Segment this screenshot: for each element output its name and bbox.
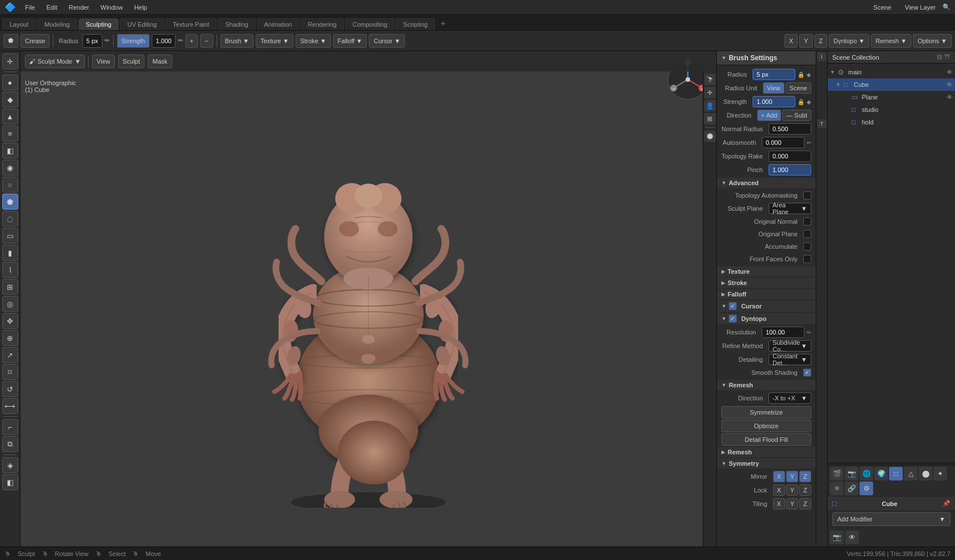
tool-inflate[interactable]: ◉ <box>2 160 18 175</box>
front-faces-checkbox[interactable] <box>803 255 811 263</box>
dyntopo-dropdown[interactable]: Dyntopo ▼ <box>829 34 869 48</box>
radius-prop-value[interactable]: 5 px <box>753 69 795 80</box>
tool-boundary[interactable]: ⌐ <box>2 419 18 435</box>
mirror-z-btn[interactable]: Z <box>799 471 811 482</box>
props-renderlayer-icon[interactable]: 📷 <box>845 467 858 480</box>
dyntopo-section-header[interactable]: ▼ Dyntopo ··· <box>717 313 816 324</box>
tree-studio[interactable]: □ studio <box>828 103 955 116</box>
tool-flatten[interactable]: ▭ <box>2 228 18 244</box>
tool-crease[interactable]: ⬟ <box>2 194 18 210</box>
lock-y-btn[interactable]: Y <box>786 484 798 496</box>
tiling-x-btn[interactable]: X <box>773 498 785 509</box>
stroke-section-header[interactable]: ▶ Stroke <box>717 278 816 288</box>
refine-method-dropdown[interactable]: Subdivide Co... ▼ <box>769 340 811 352</box>
cursor-section-header[interactable]: ▼ Cursor <box>717 300 816 312</box>
mask-btn[interactable]: Mask <box>148 55 172 68</box>
props-scene-icon[interactable]: 🎬 <box>830 467 844 480</box>
mirror-x-btn[interactable]: X <box>773 471 785 482</box>
optimize-btn[interactable]: Optimize <box>721 420 811 432</box>
smooth-shading-checkbox[interactable] <box>803 369 811 377</box>
radius-scene-btn[interactable]: Scene <box>786 82 811 94</box>
tool-mask[interactable]: ◧ <box>2 474 18 490</box>
tiling-y-btn[interactable]: Y <box>786 498 798 509</box>
tree-hold[interactable]: □ hold <box>828 116 955 128</box>
object-properties-header[interactable]: □ Cube 📌 <box>828 497 955 510</box>
advanced-section-header[interactable]: ▼ Advanced <box>717 178 816 188</box>
accumulate-checkbox[interactable] <box>803 243 811 250</box>
resolution-edit-icon[interactable]: ✏ <box>807 329 811 336</box>
radius-view-btn[interactable]: View <box>763 82 784 94</box>
lock-z-btn[interactable]: Z <box>799 484 811 496</box>
cursor-dropdown[interactable]: Cursor ▼ <box>369 34 405 48</box>
symmetrize-btn[interactable]: Symmetrize <box>721 406 811 419</box>
sculpt-btn[interactable]: Sculpt <box>118 55 145 68</box>
tool-rotate[interactable]: ↺ <box>2 381 18 397</box>
props-constraints-icon[interactable]: 🔗 <box>845 482 858 495</box>
vp-tool-person[interactable]: 👤 <box>704 100 716 111</box>
normal-radius-value[interactable]: 0.500 <box>769 123 811 135</box>
remesh2-section-header[interactable]: ▶ Remesh ··· <box>717 447 816 457</box>
tab-compositing[interactable]: Compositing <box>345 18 395 30</box>
main-eye-icon[interactable]: 👁 <box>946 69 953 76</box>
topo-rake-value[interactable]: 0.000 <box>769 151 811 162</box>
add-subtract-minus[interactable]: − <box>200 34 213 48</box>
props-particles-icon[interactable]: ✦ <box>933 467 947 480</box>
strength-edit-icon[interactable]: ✏ <box>178 37 183 44</box>
tool-grab[interactable]: ✥ <box>2 313 18 329</box>
menu-file[interactable]: File <box>23 3 38 12</box>
orig-normal-checkbox[interactable] <box>803 218 811 225</box>
view-btn[interactable]: View <box>92 55 115 68</box>
tool-strip-icon[interactable]: T <box>817 119 827 128</box>
brush-dropdown[interactable]: Brush ▼ <box>221 34 254 48</box>
menu-help[interactable]: Help <box>132 3 150 12</box>
tool-pinch[interactable]: ◎ <box>2 296 18 312</box>
strength-lock-icon[interactable]: 🔒 <box>798 99 804 105</box>
autosmooth-edit-icon[interactable]: ✏ <box>807 140 811 146</box>
texture-section-header[interactable]: ▶ Texture <box>717 266 816 277</box>
side-view-icon[interactable]: 👁 <box>845 530 859 544</box>
menu-window[interactable]: Window <box>98 3 125 12</box>
axes-x[interactable]: X <box>784 34 798 48</box>
strength-value-field[interactable]: 1.000 <box>152 34 176 48</box>
props-material-icon[interactable]: ⬤ <box>919 467 932 480</box>
texture-dropdown[interactable]: Texture ▼ <box>256 34 293 48</box>
tab-uv-editing[interactable]: UV Editing <box>120 18 164 30</box>
brush-settings-header[interactable]: ▼ Brush Settings <box>717 51 816 65</box>
scene-funnel-icon[interactable]: ⛩ <box>944 53 950 61</box>
tab-modeling[interactable]: Modeling <box>37 18 77 30</box>
cursor-checkbox[interactable] <box>729 302 737 310</box>
add-modifier-btn[interactable]: Add Modifier ▼ <box>832 512 950 526</box>
props-modifier-icon[interactable]: ⚙ <box>860 482 873 495</box>
tool-cursor[interactable]: ✛ <box>2 53 18 69</box>
props-mesh-icon[interactable]: △ <box>904 467 917 480</box>
tool-fill[interactable]: ▮ <box>2 245 18 261</box>
tool-draw[interactable]: ● <box>2 74 18 90</box>
lock-x-btn[interactable]: X <box>773 484 785 496</box>
tree-main-collection[interactable]: ▼ ⊙ main 👁 <box>828 66 955 78</box>
props-object-icon[interactable]: □ <box>889 467 903 480</box>
radius-edit-icon[interactable]: ✏ <box>105 37 110 44</box>
props-world-icon[interactable]: 🌍 <box>874 467 888 480</box>
props-physics-icon[interactable]: ⚛ <box>830 482 844 495</box>
tool-slide-relax[interactable]: ⟷ <box>2 398 18 414</box>
strength-keyframe-icon[interactable]: ◆ <box>807 99 811 105</box>
vp-tool-grid[interactable]: ⊞ <box>704 113 716 124</box>
menu-edit[interactable]: Edit <box>44 3 60 12</box>
object-pin-icon[interactable]: 📌 <box>942 500 950 507</box>
axes-y[interactable]: Y <box>799 34 812 48</box>
menu-render[interactable]: Render <box>67 3 92 12</box>
tool-smooth[interactable]: ◌ <box>2 211 18 227</box>
strength-prop-value[interactable]: 1.000 <box>753 96 795 107</box>
orig-plane-checkbox[interactable] <box>803 230 811 238</box>
tool-blob[interactable]: ○ <box>2 177 18 193</box>
radius-lock-icon[interactable]: 🔒 <box>798 72 804 78</box>
scene-filter-icon[interactable]: ⊟ <box>937 53 942 61</box>
pinch-value[interactable]: 1.000 <box>769 164 811 175</box>
tab-rendering[interactable]: Rendering <box>300 18 344 30</box>
autosmooth-value[interactable]: 0.000 <box>762 137 804 148</box>
radius-keyframe-icon[interactable]: ◆ <box>807 72 811 78</box>
sculpt-plane-dropdown[interactable]: Area Plane ▼ <box>769 203 811 214</box>
add-workspace-tab[interactable]: + <box>436 16 450 30</box>
resolution-value[interactable]: 100.00 <box>762 327 804 338</box>
side-render-icon[interactable]: 📷 <box>830 530 844 544</box>
